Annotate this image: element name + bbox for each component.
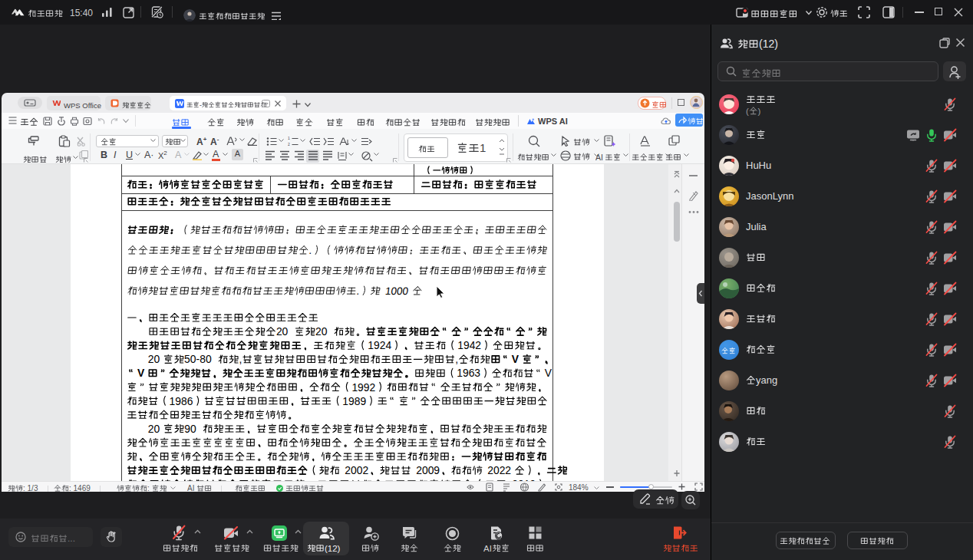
svg-text:AI: AI	[483, 544, 492, 553]
svg-text:1: 1	[288, 137, 290, 140]
svg-text:1942: 1942	[457, 339, 481, 351]
svg-text:20: 20	[276, 325, 289, 338]
svg-text:2019: 2019	[512, 478, 536, 481]
svg-text:JasonLynn: JasonLynn	[746, 190, 793, 202]
svg-text:HuHu: HuHu	[746, 160, 771, 171]
svg-text:1924: 1924	[368, 339, 391, 351]
svg-text:20: 20	[315, 325, 328, 338]
svg-text:1992: 1992	[351, 381, 375, 394]
svg-text:,: ,	[239, 353, 242, 365]
svg-text:(12): (12)	[759, 38, 778, 50]
svg-text:2022: 2022	[487, 464, 511, 476]
svg-text:): )	[758, 107, 761, 116]
svg-text:yang: yang	[756, 374, 777, 386]
svg-text:50-80: 50-80	[184, 353, 212, 365]
svg-text:1: 1	[480, 141, 486, 154]
svg-text:1989: 1989	[342, 395, 366, 407]
svg-text:Julia: Julia	[746, 221, 767, 232]
svg-text:20: 20	[148, 423, 160, 435]
svg-text:2002: 2002	[345, 464, 368, 476]
svg-text:-: -	[200, 101, 202, 109]
svg-text:V: V	[137, 367, 145, 379]
svg-text:1963: 1963	[457, 367, 480, 379]
svg-text:.: .	[308, 245, 313, 256]
svg-text:: 1/3: : 1/3	[23, 484, 38, 492]
svg-text:.: .	[356, 285, 361, 297]
svg-text:1000: 1000	[384, 285, 409, 297]
svg-text:AI: AI	[595, 153, 603, 162]
svg-text:2: 2	[288, 142, 290, 147]
svg-text:: 1469: : 1469	[69, 484, 91, 492]
svg-text:AI: AI	[187, 484, 194, 492]
svg-text:(: (	[746, 107, 749, 116]
svg-text:...: ...	[68, 533, 75, 544]
svg-text:20: 20	[148, 353, 160, 365]
svg-text:V: V	[545, 367, 552, 379]
svg-text:90: 90	[184, 423, 196, 435]
svg-text:,: ,	[455, 353, 458, 365]
svg-text::: :	[147, 484, 150, 492]
svg-text:(12): (12)	[325, 544, 341, 553]
svg-text:WPS Office: WPS Office	[64, 101, 101, 110]
svg-text:V: V	[512, 353, 519, 365]
svg-text:1986: 1986	[170, 395, 193, 407]
svg-text:2009: 2009	[416, 464, 440, 476]
